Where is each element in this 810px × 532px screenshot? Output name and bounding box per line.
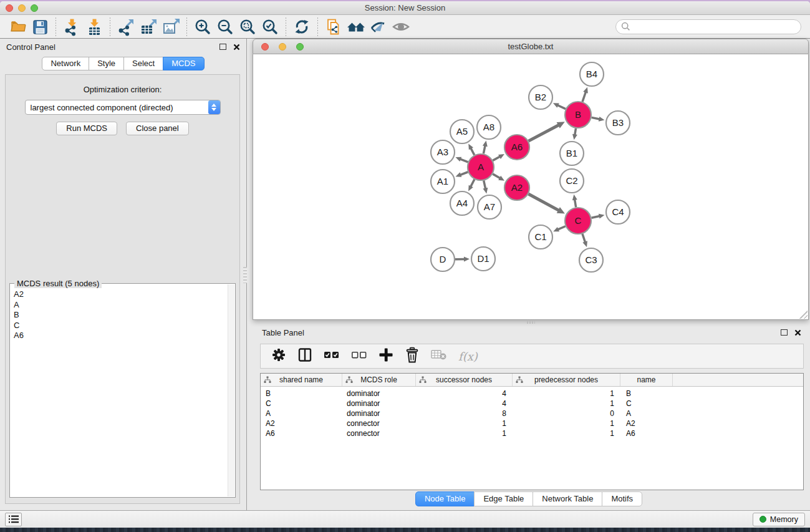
zoom-fit-icon[interactable] (236, 17, 259, 37)
edge-A-A4[interactable] (470, 180, 475, 188)
search-field[interactable] (615, 19, 801, 34)
table-cell[interactable]: 1 (416, 428, 513, 438)
minimize-window-button[interactable] (18, 4, 26, 12)
memory-button[interactable]: Memory (753, 513, 805, 526)
table-cell[interactable]: 1 (513, 418, 620, 428)
tab-style[interactable]: Style (89, 57, 124, 70)
edge-B-B3[interactable] (592, 117, 600, 119)
network-close-button[interactable] (261, 43, 269, 51)
column-header-predecessor-nodes[interactable]: predecessor nodes (513, 374, 620, 386)
table-cell[interactable]: 1 (513, 389, 620, 399)
result-item[interactable]: A6 (11, 331, 227, 341)
edge-A-A1[interactable] (460, 172, 468, 175)
table-row[interactable]: A6connector11A6 (261, 428, 803, 438)
open-session-icon[interactable] (6, 17, 29, 37)
table-cell[interactable]: dominator (342, 409, 416, 418)
toggle-column-view-icon[interactable] (297, 347, 312, 365)
table-cell[interactable]: 1 (513, 399, 620, 409)
column-header-mcds-role[interactable]: MCDS role (342, 374, 416, 386)
table-cell[interactable]: A (620, 409, 673, 418)
edge-B-B2[interactable] (557, 105, 566, 109)
run-mcds-button[interactable]: Run MCDS (56, 122, 117, 135)
table-cell[interactable]: A (261, 409, 342, 418)
close-panel-icon[interactable] (233, 43, 240, 51)
edge-C-C2[interactable] (574, 199, 576, 208)
import-table-icon[interactable] (83, 17, 105, 37)
zoom-selected-icon[interactable] (259, 17, 281, 37)
tab-motifs[interactable]: Motifs (602, 491, 642, 506)
edge-A6-B[interactable] (529, 125, 559, 141)
table-cell[interactable]: dominator (342, 399, 416, 409)
edge-A-A6[interactable] (493, 156, 500, 160)
edge-A-A5[interactable] (471, 148, 475, 155)
show-hide-details-eye-icon[interactable] (390, 17, 412, 37)
network-zoom-button[interactable] (296, 43, 304, 51)
edge-A-A3[interactable] (460, 159, 468, 162)
tab-edge-table[interactable]: Edge Table (474, 491, 533, 506)
result-item[interactable]: A2 (11, 289, 227, 300)
search-input[interactable] (630, 22, 801, 31)
vertical-splitter-handle[interactable] (243, 267, 247, 283)
table-cell[interactable]: 4 (416, 399, 513, 409)
home-views-icon[interactable] (345, 17, 367, 37)
deselect-all-columns-icon[interactable] (351, 350, 367, 362)
table-row[interactable]: Cdominator41C (261, 399, 803, 409)
delete-column-trash-icon[interactable] (405, 347, 420, 365)
table-cell[interactable]: A6 (620, 428, 673, 438)
table-cell[interactable]: 8 (416, 409, 513, 418)
table-cell[interactable]: C (620, 399, 673, 409)
table-row[interactable]: Adominator80A (261, 409, 803, 418)
tab-network-table[interactable]: Network Table (533, 491, 602, 506)
result-item[interactable]: A (11, 300, 227, 311)
table-cell[interactable]: C (261, 399, 342, 409)
tab-network[interactable]: Network (42, 57, 89, 70)
table-row[interactable]: A2connector11A2 (261, 418, 803, 428)
edge-A-A2[interactable] (493, 174, 501, 178)
tab-mcds[interactable]: MCDS (163, 57, 204, 70)
network-minimize-button[interactable] (279, 43, 286, 51)
edge-A2-C[interactable] (528, 194, 559, 211)
table-cell[interactable]: connector (342, 428, 416, 438)
edge-C-C3[interactable] (582, 234, 586, 243)
close-window-button[interactable] (6, 4, 13, 12)
table-row[interactable]: Bdominator41B (261, 389, 803, 399)
table-cell[interactable]: A2 (261, 418, 342, 428)
result-item[interactable]: C (11, 321, 227, 331)
close-panel-button[interactable]: Close panel (126, 122, 189, 135)
graphics-details-icon[interactable] (367, 17, 390, 37)
table-settings-gear-icon[interactable] (271, 347, 286, 365)
column-header-successor-nodes[interactable]: successor nodes (416, 374, 513, 386)
table-cell[interactable]: 1 (416, 418, 513, 428)
tab-select[interactable]: Select (123, 57, 163, 70)
table-cell[interactable]: B (620, 389, 673, 399)
table-cell[interactable]: 1 (513, 428, 620, 438)
table-cell[interactable]: A2 (620, 418, 673, 428)
edge-A-A8[interactable] (483, 145, 485, 153)
zoom-in-icon[interactable] (191, 17, 214, 37)
edge-A-A7[interactable] (484, 180, 486, 189)
table-cell[interactable]: 4 (416, 389, 513, 399)
result-scrollbar[interactable] (228, 284, 234, 496)
close-table-panel-icon[interactable] (794, 329, 801, 336)
table-cell[interactable]: connector (342, 418, 416, 428)
table-cell[interactable]: A6 (261, 428, 342, 438)
export-table-icon[interactable] (137, 17, 160, 37)
export-network-icon[interactable] (115, 17, 137, 37)
table-cell[interactable]: B (261, 389, 342, 399)
tab-node-table[interactable]: Node Table (415, 491, 475, 506)
task-history-button[interactable] (5, 513, 22, 526)
horizontal-splitter-handle[interactable] (527, 321, 535, 324)
edge-C-C4[interactable] (591, 216, 600, 218)
zoom-out-icon[interactable] (214, 17, 236, 37)
edge-B-B4[interactable] (582, 91, 586, 102)
column-header-name[interactable]: name (620, 374, 673, 386)
column-header-shared-name[interactable]: shared name (261, 374, 342, 386)
float-table-panel-icon[interactable] (781, 329, 788, 336)
edge-C-C1[interactable] (557, 226, 566, 230)
import-network-icon[interactable] (60, 17, 83, 37)
float-panel-icon[interactable] (219, 44, 226, 50)
clone-network-icon[interactable] (322, 17, 345, 37)
refresh-layout-icon[interactable] (291, 17, 313, 37)
create-column-plus-icon[interactable] (378, 347, 393, 365)
network-canvas[interactable]: ABCA6A2A1A3A4A5A7A8B1B2B3B4C1C2C3C4DD1 (253, 54, 809, 320)
